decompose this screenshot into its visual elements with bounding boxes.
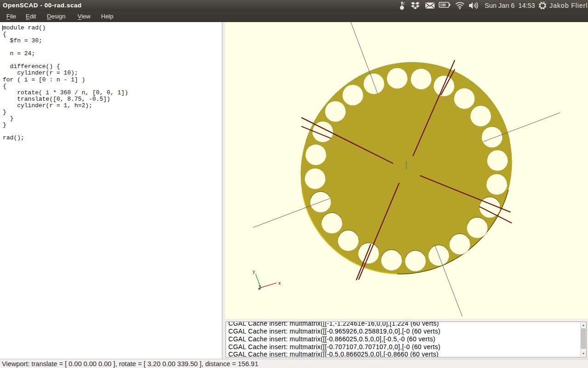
svg-text:Z: Z [258,285,261,290]
svg-text:x: x [278,281,281,286]
svg-text:y: y [253,269,255,274]
